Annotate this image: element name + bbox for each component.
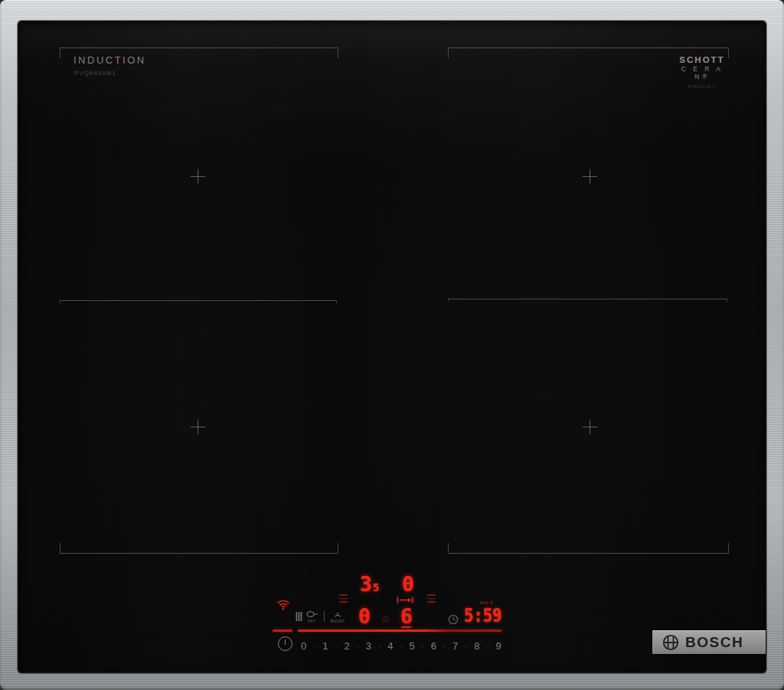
level-slider-line[interactable] (298, 630, 501, 632)
level-key-1[interactable]: 1 (322, 640, 328, 652)
level-separator: · (421, 642, 424, 651)
bosch-badge: BOSCH (652, 630, 766, 654)
zone-center-cross-back-right (583, 169, 597, 184)
display-back-right: 0 (402, 574, 414, 594)
level-key-4[interactable]: 4 (387, 640, 393, 652)
bosch-anchor-icon (662, 634, 679, 651)
zone-select-indicator-right (427, 594, 436, 603)
bosch-wordmark: BOSCH (685, 634, 743, 651)
power-button[interactable] (278, 636, 292, 651)
zone-bracket-front-right (448, 543, 729, 554)
zone-center-cross-back-left (191, 169, 205, 184)
pan-bars-icon (296, 611, 302, 622)
key-divider (324, 611, 325, 622)
back-left-level-decimal: 5 (373, 581, 379, 594)
level-key-5[interactable]: 5 (409, 640, 414, 652)
level-key-3[interactable]: 3 (366, 640, 371, 652)
induction-hob: INDUCTION PVQ645HB1 SCHOTT C E R A N® MI… (0, 0, 784, 690)
level-key-8[interactable]: 8 (474, 640, 479, 652)
level-separator: · (313, 642, 316, 651)
level-key-9[interactable]: 9 (496, 640, 501, 652)
frying-pan-icon (306, 611, 318, 618)
schott-ceran-logo: SCHOTT C E R A N® MIRADUR™ (672, 55, 732, 89)
power-level-slider[interactable]: 0· 1· 2· 3· 4· 5· 6· 7· 8· 9 (301, 640, 501, 652)
induction-label: INDUCTION (74, 54, 146, 66)
front-left-level: 0 (358, 605, 371, 628)
level-separator: · (356, 642, 359, 651)
ceramic-glass-surface: INDUCTION PVQ645HB1 SCHOTT C E R A N® MI… (18, 21, 766, 672)
fry-sensor-label: FRY (308, 620, 315, 623)
front-right-level: 6 (400, 605, 413, 628)
schott-line: SCHOTT (672, 55, 732, 64)
model-number: PVQ645HB1 (74, 70, 116, 77)
zone-divider-left (60, 300, 337, 301)
level-separator: · (486, 642, 489, 651)
level-separator: · (335, 642, 338, 651)
level-key-2[interactable]: 2 (345, 640, 350, 652)
back-left-level: 3 (360, 573, 372, 596)
wifi-icon[interactable] (276, 600, 290, 610)
timer-display: 5:59 (464, 606, 501, 625)
fry-sensor-key[interactable]: FRY (306, 611, 318, 623)
zone-select-indicator-left (339, 594, 348, 603)
level-separator: · (465, 642, 468, 651)
level-separator: · (378, 642, 381, 651)
back-right-level: 0 (402, 573, 414, 596)
zone-bracket-front-left (60, 543, 338, 554)
level-separator: · (400, 642, 403, 651)
display-back-left: 35 (360, 574, 379, 594)
level-separator: · (443, 642, 446, 651)
boost-key[interactable]: BOOST (331, 611, 345, 623)
zone-center-cross-front-right (583, 420, 597, 434)
level-key-7[interactable]: 7 (452, 640, 458, 652)
bridge-zone-icon (397, 597, 413, 603)
front-right-select-underline (401, 626, 411, 628)
level-key-0[interactable]: 0 (301, 640, 306, 652)
boost-icon (334, 611, 341, 618)
level-key-6[interactable]: 6 (431, 640, 436, 652)
miradur-subtext: MIRADUR™ (672, 84, 732, 89)
zone-divider-right (448, 299, 727, 299)
clock-icon[interactable] (448, 614, 459, 625)
power-key-underline (273, 630, 292, 632)
zone-center-cross-front-left (191, 420, 205, 434)
boost-label: BOOST (331, 620, 345, 623)
favorite-star-icon[interactable]: ☆ (381, 613, 390, 624)
display-front-left: 0 (358, 607, 371, 626)
display-front-right: 6 (400, 607, 413, 626)
sensor-key-cluster: FRY BOOST (296, 611, 345, 623)
ceran-line: C E R A N® (672, 65, 732, 80)
